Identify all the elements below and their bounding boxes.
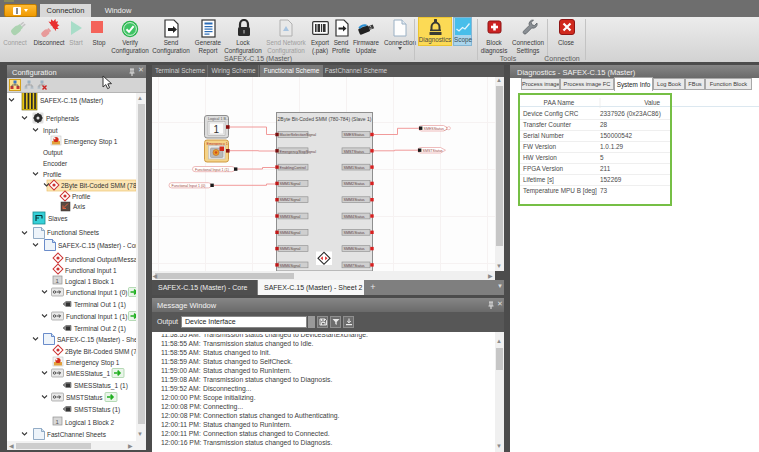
svg-text:Emergency Stop 1: Emergency Stop 1 [66, 359, 120, 367]
svg-text:SAFEX-C.15 (Master) - Core: SAFEX-C.15 (Master) - Core [58, 242, 141, 250]
svg-text:11:59:08 AM:: 11:59:08 AM: [161, 376, 201, 383]
svg-text:Status changed to RunIntern.: Status changed to RunIntern. [203, 421, 292, 429]
svg-text:11:58:55 AM:: 11:58:55 AM: [161, 334, 201, 338]
svg-text:Transmission status changed to: Transmission status changed to Idle. [203, 340, 314, 348]
svg-text:Terminal Out 1 (1): Terminal Out 1 (1) [74, 301, 126, 309]
svg-text:Transmission status changed to: Transmission status changed to DeviceSta… [203, 334, 368, 339]
svg-text:SMSTStatus: SMSTStatus [66, 394, 103, 401]
svg-text:SMSTStatus: SMSTStatus [423, 149, 443, 153]
svg-text:Terminal Out 2 (1): Terminal Out 2 (1) [74, 325, 126, 333]
svg-text:Logical 1 B...: Logical 1 B... [208, 117, 229, 121]
svg-text:Emergency Stop 1: Emergency Stop 1 [64, 138, 118, 146]
svg-text:SMM4Signal: SMM4Signal [280, 231, 301, 235]
svg-text:11:58:59 AM:: 11:58:59 AM: [161, 358, 201, 365]
svg-text:Logical 1 Block 2: Logical 1 Block 2 [65, 419, 115, 427]
svg-text:Functional Output/Messag: Functional Output/Messag [65, 256, 141, 264]
svg-text:Connecting...: Connecting... [203, 403, 243, 411]
svg-text:SMM3Signal: SMM3Signal [280, 215, 301, 219]
svg-text:12:00:08 PM:: 12:00:08 PM: [161, 412, 202, 419]
svg-text:SMESStatus_1: SMESStatus_1 [424, 127, 448, 131]
svg-text:Status changed to SelfCheck.: Status changed to SelfCheck. [203, 358, 293, 366]
svg-text:SMM2Signal: SMM2Signal [280, 198, 301, 202]
svg-text:Status changed to RunIntern.: Status changed to RunIntern. [203, 367, 292, 375]
svg-text:Functional Input 1 (0): Functional Input 1 (0) [172, 184, 206, 188]
svg-text:12:00:16 PM:: 12:00:16 PM: [161, 439, 202, 446]
svg-text:2Byte Bit-Coded SMM (78: 2Byte Bit-Coded SMM (78 [65, 348, 141, 356]
svg-text:2Byte Bit-Coded SMM (78: 2Byte Bit-Coded SMM (78 [61, 182, 137, 190]
svg-text:Functional Sheets: Functional Sheets [47, 229, 100, 236]
svg-text:11:58:55 AM:: 11:58:55 AM: [161, 349, 201, 356]
svg-text:EnablingControl: EnablingControl [280, 166, 306, 170]
svg-text:Functional Input 1 (1): Functional Input 1 (1) [195, 168, 229, 172]
svg-text:11:59:00 AM:: 11:59:00 AM: [161, 367, 201, 374]
svg-text:Profile: Profile [72, 193, 91, 200]
svg-text:SMSTStatus (1): SMSTStatus (1) [74, 406, 120, 414]
svg-text:EmergencyStopSignal: EmergencyStopSignal [280, 150, 317, 154]
svg-text:12:00:11 PM:: 12:00:11 PM: [161, 421, 201, 428]
svg-text:12:00:08 PM:: 12:00:08 PM: [161, 403, 202, 410]
svg-text:SMM7Status: SMM7Status [344, 264, 365, 268]
svg-text:Encoder: Encoder [43, 160, 68, 167]
svg-text:MasterSelectionSignal: MasterSelectionSignal [280, 133, 317, 137]
svg-text:Logical 1 Block 1: Logical 1 Block 1 [65, 278, 115, 286]
svg-text:12:00:11 PM:: 12:00:11 PM: [161, 430, 201, 437]
svg-text:Input: Input [43, 127, 58, 135]
svg-text:Profile: Profile [43, 171, 62, 178]
svg-text:SMM5Status: SMM5Status [344, 231, 365, 235]
svg-text:Axis: Axis [73, 203, 86, 210]
svg-text:SAFEX-C.15 (Master) - Sheet 2: SAFEX-C.15 (Master) - Sheet 2 [57, 336, 146, 344]
svg-text:Functional Input 1 (0): Functional Input 1 (0) [66, 289, 127, 297]
svg-text:Transmission status changed to: Transmission status changed to Diagnosis… [203, 439, 332, 447]
svg-text:Output: Output [43, 149, 63, 157]
svg-text:SMM6Status: SMM6Status [344, 247, 365, 251]
svg-text:SMM1Status: SMM1Status [344, 166, 365, 170]
svg-text:11:59:52 AM:: 11:59:52 AM: [161, 385, 201, 392]
svg-text:Scope initializing.: Scope initializing. [203, 394, 256, 402]
svg-text:Functional Input 1 (1): Functional Input 1 (1) [66, 313, 127, 321]
svg-text:Disconnecting...: Disconnecting... [203, 385, 251, 393]
svg-text:SMM5Signal: SMM5Signal [280, 247, 301, 251]
svg-text:11:58:55 AM:: 11:58:55 AM: [161, 340, 201, 347]
svg-text:SMM2Status: SMM2Status [344, 182, 365, 186]
svg-text:2Byte Bit-Coded SMM (780-784): 2Byte Bit-Coded SMM (780-784) (Slave 1) [278, 116, 372, 122]
svg-text:SMM1Signal: SMM1Signal [280, 182, 301, 186]
svg-text:Status changed to Init.: Status changed to Init. [203, 349, 271, 357]
svg-text:SMM3Status: SMM3Status [344, 198, 365, 202]
svg-text:Transmission status changed to: Transmission status changed to Diagnosis… [203, 376, 332, 384]
svg-text:SMESStatus: SMESStatus [344, 133, 365, 137]
svg-text:FastChannel Sheets: FastChannel Sheets [47, 431, 107, 438]
svg-text:SAFEX-C.15 (Master): SAFEX-C.15 (Master) [40, 97, 103, 105]
svg-text:1: 1 [214, 124, 220, 135]
svg-text:SMM6Signal: SMM6Signal [280, 264, 301, 268]
svg-text:SMESStatus_1 (1): SMESStatus_1 (1) [74, 382, 128, 390]
svg-text:SMSTStatus: SMSTStatus [344, 150, 365, 154]
svg-text:Emergency 1: Emergency 1 [207, 142, 228, 146]
svg-text:SMM4Status: SMM4Status [344, 215, 365, 219]
svg-text:Peripherals: Peripherals [46, 115, 80, 123]
svg-text:SMESStatus_1: SMESStatus_1 [66, 370, 110, 378]
svg-text:Functional Input 1: Functional Input 1 [65, 267, 117, 275]
svg-text:Connection status changed to C: Connection status changed to Connected. [203, 430, 330, 438]
svg-text:Slaves: Slaves [48, 215, 68, 222]
svg-text:12:00:00 PM:: 12:00:00 PM: [161, 394, 202, 401]
svg-text:Connection status changed to A: Connection status changed to Authenticat… [203, 412, 340, 420]
